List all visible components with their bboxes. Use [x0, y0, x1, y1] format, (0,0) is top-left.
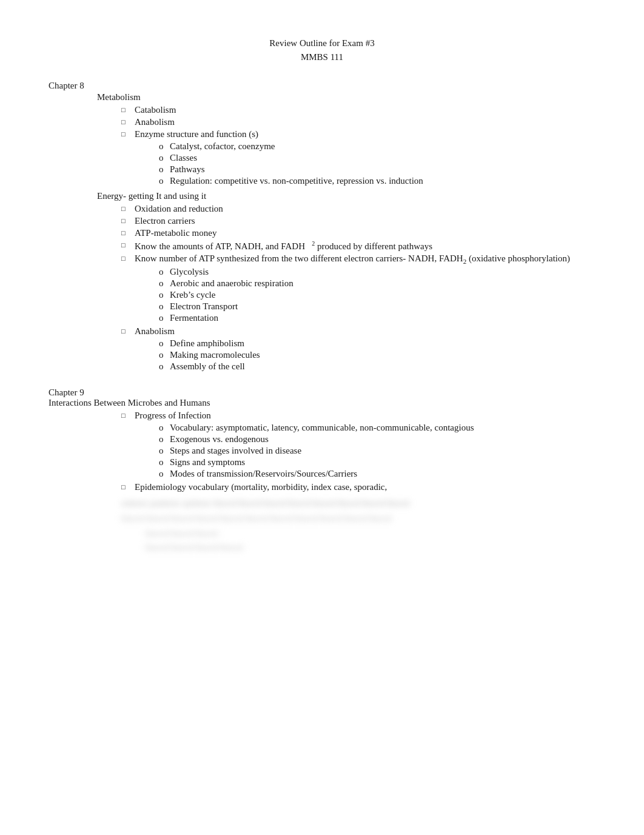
- title-line1: Review Outline for Exam #3: [49, 36, 595, 50]
- metabolism-list: □ Catabolism □ Anabolism □ Enzyme struct…: [121, 105, 595, 187]
- o-bullet-icon: o: [159, 423, 166, 433]
- o-bullet-icon: o: [159, 338, 166, 349]
- o-bullet-icon: o: [159, 176, 166, 186]
- bullet-icon: □: [121, 130, 129, 138]
- atp-sublist: o Glycolysis o Aerobic and anaerobic res…: [135, 267, 595, 323]
- title-line2: MMBS 111: [49, 50, 595, 64]
- item-text: Anabolism o Define amphibolism o Making …: [135, 326, 595, 373]
- page-title: Review Outline for Exam #3 MMBS 111: [49, 36, 595, 64]
- bullet-icon: □: [121, 106, 129, 113]
- interactions-title: Interactions Between Microbes and Humans: [49, 398, 595, 408]
- blurred-line1: endemic pandemic epidemic blurred blurre…: [121, 497, 595, 510]
- item-text: Know the amounts of ATP, NADH, and FADH …: [135, 240, 595, 252]
- o-bullet-icon: o: [159, 278, 166, 289]
- o-bullet-icon: o: [159, 267, 166, 277]
- energy-list: □ Oxidation and reduction □ Electron car…: [121, 204, 595, 373]
- list-item: □ Know the amounts of ATP, NADH, and FAD…: [121, 240, 595, 252]
- list-item: o Steps and stages involved in disease: [159, 446, 595, 456]
- item-text: Catabolism: [135, 105, 595, 115]
- bullet-icon: □: [121, 205, 129, 212]
- list-item: o Fermentation: [159, 313, 595, 323]
- list-item: o Kreb’s cycle: [159, 290, 595, 300]
- list-item: o Exogenous vs. endogenous: [159, 434, 595, 444]
- o-bullet-icon: o: [159, 313, 166, 323]
- enzyme-sublist: o Catalyst, cofactor, coenzyme o Classes…: [135, 141, 595, 186]
- o-bullet-icon: o: [159, 446, 166, 456]
- blurred-content: endemic pandemic epidemic blurred blurre…: [121, 497, 595, 554]
- blurred-sub1: blurred blurred blurred: [146, 528, 595, 540]
- o-bullet-icon: o: [159, 434, 166, 444]
- item-text: Enzyme structure and function (s) o Cata…: [135, 129, 595, 187]
- list-item: o Pathways: [159, 164, 595, 175]
- list-item: □ ATP-metabolic money: [121, 228, 595, 238]
- anabolism-sublist: o Define amphibolism o Making macromolec…: [135, 338, 595, 372]
- list-item: o Glycolysis: [159, 267, 595, 277]
- blurred-sub2: blurred blurred blurred blurred: [146, 542, 595, 554]
- list-item: o Making macromolecules: [159, 350, 595, 360]
- list-item: o Catalyst, cofactor, coenzyme: [159, 141, 595, 152]
- o-bullet-icon: o: [159, 457, 166, 468]
- list-item: o Assembly of the cell: [159, 361, 595, 372]
- metabolism-title: Metabolism: [97, 92, 595, 102]
- list-item: □ Electron carriers: [121, 216, 595, 226]
- chapter9-list: □ Progress of Infection o Vocabulary: as…: [121, 411, 595, 492]
- item-text: Know number of ATP synthesized from the …: [135, 253, 595, 324]
- bullet-icon: □: [121, 241, 129, 249]
- list-item: □ Anabolism o Define amphibolism o Makin…: [121, 326, 595, 373]
- list-item: □ Epidemiology vocabulary (mortality, mo…: [121, 482, 595, 492]
- o-bullet-icon: o: [159, 361, 166, 372]
- o-bullet-icon: o: [159, 153, 166, 163]
- item-text: Epidemiology vocabulary (mortality, morb…: [135, 482, 595, 492]
- bullet-icon: □: [121, 327, 129, 335]
- list-item: □ Progress of Infection o Vocabulary: as…: [121, 411, 595, 480]
- list-item: □ Anabolism: [121, 117, 595, 127]
- subscript-2: 2: [312, 240, 315, 247]
- o-bullet-icon: o: [159, 290, 166, 300]
- item-text: Anabolism: [135, 117, 595, 127]
- item-text: Oxidation and reduction: [135, 204, 595, 214]
- o-bullet-icon: o: [159, 301, 166, 312]
- item-text: Electron carriers: [135, 216, 595, 226]
- list-item: o Define amphibolism: [159, 338, 595, 349]
- list-item: o Aerobic and anaerobic respiration: [159, 278, 595, 289]
- list-item: o Signs and symptoms: [159, 457, 595, 468]
- bullet-icon: □: [121, 118, 129, 126]
- list-item: o Electron Transport: [159, 301, 595, 312]
- bullet-icon: □: [121, 255, 129, 262]
- list-item: o Vocabulary: asymptomatic, latency, com…: [159, 423, 595, 433]
- blurred-line2: blurred blurred blurred blurred blurred …: [121, 512, 595, 525]
- infection-sublist: o Vocabulary: asymptomatic, latency, com…: [135, 423, 595, 479]
- o-bullet-icon: o: [159, 469, 166, 479]
- list-item: o Modes of transmission/Reservoirs/Sourc…: [159, 469, 595, 479]
- bullet-icon: □: [121, 229, 129, 236]
- chapter9-heading: Chapter 9: [49, 387, 595, 398]
- list-item: □ Know number of ATP synthesized from th…: [121, 253, 595, 324]
- energy-title: Energy- getting It and using it: [97, 191, 595, 201]
- o-bullet-icon: o: [159, 164, 166, 175]
- subscript-2b: 2: [463, 258, 467, 265]
- o-bullet-icon: o: [159, 141, 166, 152]
- item-text: Progress of Infection o Vocabulary: asym…: [135, 411, 595, 480]
- list-item: □ Oxidation and reduction: [121, 204, 595, 214]
- list-item: o Classes: [159, 153, 595, 163]
- bullet-icon: □: [121, 483, 129, 491]
- bullet-icon: □: [121, 412, 129, 419]
- bullet-icon: □: [121, 217, 129, 224]
- list-item: □ Enzyme structure and function (s) o Ca…: [121, 129, 595, 187]
- o-bullet-icon: o: [159, 350, 166, 360]
- list-item: o Regulation: competitive vs. non-compet…: [159, 176, 595, 186]
- list-item: □ Catabolism: [121, 105, 595, 115]
- chapter8-heading: Chapter 8: [49, 81, 595, 91]
- item-text: ATP-metabolic money: [135, 228, 595, 238]
